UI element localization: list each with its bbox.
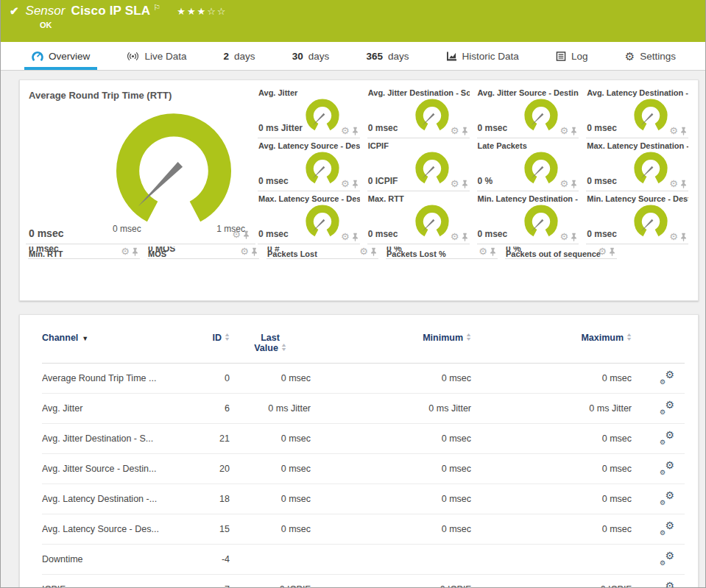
gauge-avg-jitter-source-destination[interactable]: Avg. Jitter Source - Destination 0 msec⚙ [477,85,579,138]
tab-settings[interactable]: ⚙Settings [621,42,680,70]
gauge-max-rtt[interactable]: Max. RTT 0 msec⚙ [367,191,470,244]
gear-icon[interactable]: ⚙ [669,232,678,241]
gear-icon[interactable]: ⚙ [598,247,607,256]
main-gauge-average-round-trip-time[interactable]: Average Round Trip Time (RTT) 0 msec 1 m… [26,85,255,244]
channel-settings-icon[interactable]: ⚙⚙ [660,461,674,474]
pin-icon[interactable] [370,247,377,256]
tab-number: 365 [366,51,383,62]
gear-icon[interactable]: ⚙ [669,179,678,188]
gauge-avg-latency-destination-so[interactable]: Avg. Latency Destination - So... 0 msec⚙ [586,85,688,138]
channel-id: 18 [189,484,230,514]
channel-settings-icon[interactable]: ⚙⚙ [660,371,674,383]
column-header-last-value[interactable]: LastValue▲▼ [230,322,311,364]
gear-icon[interactable]: ⚙ [451,179,459,188]
gear-icon[interactable]: ⚙ [359,247,368,256]
gear-icon[interactable]: ⚙ [479,247,487,256]
gauge-icpif[interactable]: ICPIF 0 ICPIF⚙ [367,138,470,191]
stars-filled[interactable]: ★★★ [177,6,207,17]
column-header-minimum[interactable]: Minimum▲▼ [311,322,471,364]
channel-name[interactable]: Avg. Jitter Source - Destin... [42,454,189,484]
gauge-min-rtt[interactable]: Min. RTT 0 msec⚙ [28,247,140,259]
tab-2-days[interactable]: 2days [219,42,260,70]
channel-name[interactable]: Average Round Trip Time ... [42,364,189,394]
gauge-packets-out-of-sequence[interactable]: Packets out of sequence 0 %⚙ [505,247,617,259]
gauge-min-latency-source-destina[interactable]: Min. Latency Source - Destina... 0 msec⚙ [586,191,688,244]
channel-settings-icon[interactable]: ⚙⚙ [660,522,674,534]
column-header-maximum[interactable]: Maximum▲▼ [471,322,632,364]
pin-icon[interactable] [462,127,468,135]
gear-icon[interactable]: ⚙ [232,230,241,239]
gauge-max-latency-destination-so[interactable]: Max. Latency Destination - So... 0 msec⚙ [586,138,688,191]
gear-icon[interactable]: ⚙ [560,179,569,188]
pin-icon[interactable] [680,233,687,241]
gauge-avg-jitter-destination-source[interactable]: Avg. Jitter Destination - Source 0 msec⚙ [367,85,470,138]
gauge-mos[interactable]: MOS 0 MOS⚙ [147,247,259,259]
table-row-avg-jitter-source-destin[interactable]: Avg. Jitter Source - Destin...200 msec0 … [42,454,685,484]
channel-settings-icon[interactable]: ⚙⚙ [660,431,674,444]
stars-empty[interactable]: ☆☆ [207,6,227,17]
tab-30-days[interactable]: 30days [288,42,334,70]
channel-name[interactable]: Avg. Latency Destination -... [42,484,189,514]
gauge-max-latency-source-destin[interactable]: Max. Latency Source - Destin... 0 msec⚙ [258,191,360,244]
table-row-avg-jitter[interactable]: Avg. Jitter60 ms Jitter0 ms Jitter0 ms J… [42,394,685,424]
gear-icon[interactable]: ⚙ [560,126,569,135]
priority-stars[interactable]: ★★★☆☆ [177,6,227,17]
gauge-min-latency-destination-so[interactable]: Min. Latency Destination - So... 0 msec⚙ [477,191,579,244]
gauge-packets-lost[interactable]: Packets Lost 0 #⚙ [266,247,378,259]
gear-icon[interactable]: ⚙ [121,247,130,256]
tab-overview[interactable]: Overview [27,42,94,70]
table-row-avg-jitter-destination-s[interactable]: Avg. Jitter Destination - S...210 msec0 … [42,424,685,454]
table-row-avg-latency-source-des[interactable]: Avg. Latency Source - Des...150 msec0 ms… [42,514,685,545]
column-header-id[interactable]: ID▲▼ [189,322,230,364]
channel-name[interactable]: Avg. Jitter [42,394,189,424]
pin-icon[interactable] [571,233,577,241]
gear-icon[interactable]: ⚙ [669,126,678,135]
flag-icon[interactable]: ⚐ [153,3,160,13]
gear-icon[interactable]: ⚙ [341,179,350,188]
column-header-channel[interactable]: Channel▼ [42,322,189,364]
pin-icon[interactable] [132,247,138,256]
tab-log[interactable]: Log [551,42,593,70]
pin-icon[interactable] [243,230,250,239]
gauge-avg-latency-source-destin[interactable]: Avg. Latency Source - Destin... 0 msec⚙ [258,138,360,191]
pin-icon[interactable] [680,180,687,188]
table-row-avg-latency-destination[interactable]: Avg. Latency Destination -...180 msec0 m… [42,484,685,514]
pin-icon[interactable] [490,247,496,256]
pin-icon[interactable] [251,247,258,256]
pin-icon[interactable] [609,247,615,256]
pin-icon[interactable] [680,127,687,135]
tab-historic-data[interactable]: Historic Data [442,42,523,70]
channel-name[interactable]: Avg. Latency Source - Des... [42,514,189,545]
status-ok-check-icon: ✔ [10,4,19,18]
table-row-downtime[interactable]: Downtime-4⚙⚙ [42,545,685,575]
pin-icon[interactable] [352,233,359,241]
tab-365-days[interactable]: 365days [361,42,413,70]
gear-icon[interactable]: ⚙ [451,232,459,241]
gear-icon[interactable]: ⚙ [560,232,569,241]
gear-icon[interactable]: ⚙ [240,247,249,256]
gauge-packets-lost[interactable]: Packets Lost % 0 %⚙ [386,247,498,259]
pin-icon[interactable] [571,180,577,188]
channel-name[interactable]: Downtime [42,545,189,575]
page-content: Average Round Trip Time (RTT) 0 msec 1 m… [1,71,705,588]
gear-icon[interactable]: ⚙ [341,126,350,135]
channel-name[interactable]: ICPIF [42,575,189,588]
gauge-avg-jitter[interactable]: Avg. Jitter 0 ms Jitter⚙ [258,85,360,138]
channel-settings-icon[interactable]: ⚙⚙ [660,552,674,564]
channel-settings-icon[interactable]: ⚙⚙ [660,492,674,504]
channel-settings-icon[interactable]: ⚙⚙ [660,582,674,588]
tab-live-data[interactable]: Live Data [122,42,191,70]
channel-name[interactable]: Avg. Jitter Destination - S... [42,424,189,454]
pin-icon[interactable] [571,127,577,135]
channel-settings-icon[interactable]: ⚙⚙ [660,401,674,414]
table-row-average-round-trip-time[interactable]: Average Round Trip Time ...00 msec0 msec… [42,364,685,394]
pin-icon[interactable] [352,180,359,188]
pin-icon[interactable] [462,233,468,241]
gear-icon[interactable]: ⚙ [341,232,350,241]
table-row-icpif[interactable]: ICPIF70 ICPIF0 ICPIF0 ICPIF⚙⚙ [42,575,685,588]
pin-icon[interactable] [462,180,468,188]
gauge-late-packets[interactable]: Late Packets 0 %⚙ [477,138,579,191]
gear-icon[interactable]: ⚙ [451,126,459,135]
channel-last-value: 0 msec [230,454,311,484]
pin-icon[interactable] [352,127,359,135]
